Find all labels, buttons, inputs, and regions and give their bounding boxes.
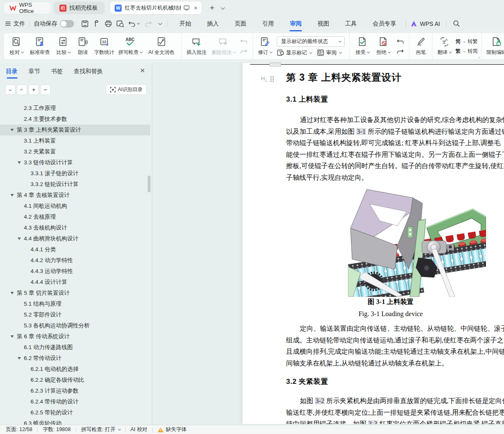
toc-item[interactable]: 6.3 锥齿轮传动 bbox=[0, 418, 150, 425]
menu-item-会员专享[interactable]: 会员专享 bbox=[373, 20, 396, 28]
toc-collapse-triangle[interactable] bbox=[10, 335, 14, 338]
toc-item[interactable]: 第 4 章 去核装置设计 bbox=[0, 190, 150, 201]
print-button[interactable] bbox=[102, 19, 114, 29]
insert-comment-button[interactable]: 插入批注 bbox=[184, 33, 210, 59]
trad-to-simp-button[interactable]: 繁→ 转简 bbox=[455, 48, 478, 55]
undo-button[interactable] bbox=[126, 19, 138, 29]
markup-state-dropdown[interactable]: 显示标记的最终状态 bbox=[277, 36, 345, 47]
toc-item[interactable]: 5.1 结构与原理 bbox=[0, 299, 150, 309]
search-button[interactable] bbox=[450, 19, 462, 29]
toc-item[interactable]: 2.3 工作原理 bbox=[0, 103, 150, 114]
wps-ai-button[interactable]: WPS AI bbox=[410, 20, 440, 27]
toc-item[interactable]: 6.2.1 电动机的选择 bbox=[0, 364, 150, 375]
ai-polish-button[interactable]: AI 全文润色 bbox=[144, 33, 179, 59]
file-menu-button[interactable]: 文件 bbox=[5, 20, 25, 28]
tab-document[interactable]: W 红枣去核切片机机械结构设计 × bbox=[110, 2, 202, 14]
figure-3-1-image[interactable] bbox=[348, 187, 486, 297]
toc-item[interactable]: 4.3 去核机构设计 bbox=[0, 222, 150, 233]
expand-group-icon[interactable]: ⌟ bbox=[478, 54, 480, 59]
toc-item[interactable]: 6.2.5 带轮的设计 bbox=[0, 407, 150, 418]
word-count-indicator[interactable]: 字数: 19808 bbox=[43, 426, 71, 433]
toc-item[interactable]: 4.4.1 分类 bbox=[0, 244, 150, 255]
read-aloud-button[interactable]: 朗读 bbox=[74, 33, 92, 59]
collapse-all-button[interactable] bbox=[5, 84, 15, 95]
sidebar-tab-章节[interactable]: 章节 bbox=[28, 68, 40, 75]
menu-item-工具[interactable]: 工具 bbox=[345, 20, 357, 28]
toc-item[interactable]: 6.2.4 带传动的设计 bbox=[0, 396, 150, 407]
tab-wps-office[interactable]: WPS Office bbox=[3, 2, 51, 14]
ai-proofread-status[interactable]: AI 校对 bbox=[130, 426, 147, 433]
toc-item[interactable]: 4.4.4 设计计算 bbox=[0, 277, 150, 288]
toc-collapse-triangle[interactable] bbox=[18, 357, 21, 360]
menu-item-页面[interactable]: 页面 bbox=[235, 20, 246, 28]
toc-item[interactable]: 6.2 带传动设计 bbox=[0, 353, 150, 364]
sidebar-tab-书签[interactable]: 书签 bbox=[51, 68, 63, 75]
cross-reference-field[interactable]: 3-1 bbox=[356, 128, 366, 135]
toc-item[interactable]: 5.2 零部件设计 bbox=[0, 309, 150, 320]
accept-button[interactable]: 接受 bbox=[352, 33, 373, 59]
toc-item[interactable]: 3.1 上料装置 bbox=[0, 135, 150, 146]
drag-handle-icon[interactable] bbox=[270, 76, 274, 82]
toc-item[interactable]: 4.4.3 运动学特性 bbox=[0, 266, 150, 277]
simp-to-trad-button[interactable]: 简→ 转繁 bbox=[455, 38, 478, 45]
toc-item[interactable]: 第 6 章 传动系统设计 bbox=[0, 331, 150, 342]
remove-level-button[interactable]: − bbox=[40, 84, 51, 95]
tab-list-chevron-icon[interactable] bbox=[221, 5, 225, 10]
expand-all-button[interactable] bbox=[17, 84, 27, 95]
spellcheck-status[interactable]: 拼写检查: 打开 bbox=[81, 426, 120, 433]
toc-item[interactable]: 3.3 链传动设计计算 bbox=[0, 157, 150, 168]
tab-docer-templates[interactable]: 稻 找稻壳模板 bbox=[54, 2, 105, 14]
toc-item[interactable]: 4.4 曲柄滑块机构设计 bbox=[0, 233, 150, 244]
translate-button[interactable]: 文A 翻译 bbox=[435, 33, 454, 59]
cross-reference-field[interactable]: 3-3 bbox=[368, 420, 378, 424]
reject-button[interactable]: 拒绝 bbox=[373, 33, 394, 59]
delete-comment-button[interactable]: 删除批注 bbox=[210, 33, 237, 59]
menu-item-插入[interactable]: 插入 bbox=[207, 20, 219, 28]
ai-recognize-toc-button[interactable]: AI识别目录 bbox=[106, 84, 147, 95]
sidebar-scrollbar[interactable] bbox=[148, 176, 151, 192]
autosave-toggle[interactable] bbox=[60, 20, 74, 28]
toc-item[interactable]: 6.2.2 确定各级传动比 bbox=[0, 375, 150, 385]
toc-item[interactable]: 6.1 动力传递路线图 bbox=[0, 342, 150, 353]
toc-collapse-triangle[interactable] bbox=[10, 292, 14, 294]
menu-item-审阅[interactable]: 审阅 bbox=[290, 20, 302, 28]
toc-item[interactable]: 3.2 夹紧装置 bbox=[0, 146, 150, 157]
word-count-button[interactable]: 12 字数统计 bbox=[92, 33, 116, 59]
close-tab-icon[interactable]: × bbox=[194, 5, 197, 11]
save-button[interactable] bbox=[79, 19, 91, 29]
show-markup-button[interactable]: 显示标记 bbox=[277, 49, 311, 56]
track-changes-button[interactable]: 修订 bbox=[255, 33, 274, 59]
toc-item[interactable]: 4.1 间歇运动机构 bbox=[0, 201, 150, 212]
sidebar-tab-目录[interactable]: 目录 bbox=[6, 68, 18, 75]
prev-change-button[interactable] bbox=[396, 38, 404, 45]
document-page[interactable]: H1 第 3 章 上料夹紧装置设计 3.1 上料装置 通过对红枣各种加工设备及其… bbox=[243, 63, 504, 424]
prev-comment-button[interactable] bbox=[240, 38, 248, 45]
menu-item-引用[interactable]: 引用 bbox=[262, 20, 274, 28]
next-change-button[interactable] bbox=[396, 48, 404, 55]
toc-item[interactable]: 5.3 各机构运动协调性分析 bbox=[0, 320, 150, 331]
proofread-button[interactable]: 校对 bbox=[6, 33, 27, 59]
new-tab-button[interactable]: + bbox=[207, 3, 217, 13]
add-level-button[interactable]: + bbox=[28, 84, 39, 95]
toc-item[interactable]: 3.3.2 链轮设计计算 bbox=[0, 179, 150, 190]
restrict-edit-button[interactable]: 限制编辑 bbox=[484, 33, 504, 59]
menu-item-视图[interactable]: 视图 bbox=[317, 20, 329, 28]
page-indicator[interactable]: 页面: 12/58 bbox=[6, 426, 32, 433]
screen-share-icon[interactable] bbox=[184, 5, 189, 10]
toc-item[interactable]: 4.2 去核原理 bbox=[0, 212, 150, 222]
close-sidebar-icon[interactable]: ✕ bbox=[140, 67, 145, 74]
standard-review-button[interactable]: 标准审查 bbox=[27, 33, 53, 59]
pen-button[interactable]: 画笔 bbox=[412, 33, 430, 59]
menu-item-开始[interactable]: 开始 bbox=[179, 20, 191, 28]
cross-reference-field[interactable]: 3-2 bbox=[315, 397, 325, 404]
export-pdf-button[interactable] bbox=[91, 19, 102, 29]
spell-check-button[interactable]: ABC 拼写检查 bbox=[116, 33, 144, 59]
toc-item[interactable]: 3.3.1 滚子链的设计 bbox=[0, 168, 150, 179]
toc-collapse-triangle[interactable] bbox=[18, 237, 21, 240]
sidebar-tab-查找和替换[interactable]: 查找和替换 bbox=[74, 68, 103, 75]
autosave-control[interactable]: 自动保存 bbox=[34, 20, 74, 28]
toc-item[interactable]: 6.2.3 计算运动参数 bbox=[0, 385, 150, 396]
missing-font-warning[interactable]: 缺失字体 bbox=[158, 426, 187, 433]
toc-collapse-triangle[interactable] bbox=[10, 194, 14, 197]
toc-item[interactable]: 第 3 章 上料夹紧装置设计 bbox=[0, 125, 150, 135]
